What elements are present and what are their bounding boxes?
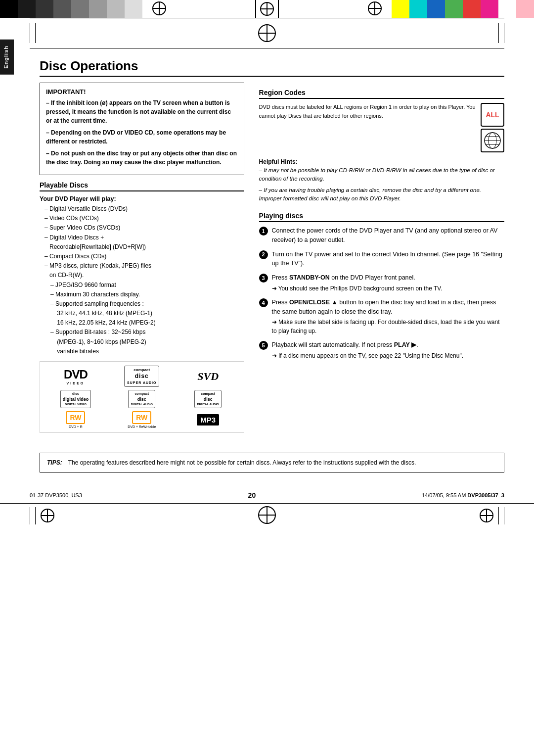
region-codes-text: DVD discs must be labeled for ALL region… [259,103,504,120]
step-1: 1 Connect the power cords of the DVD Pla… [259,226,504,245]
dvd-player-subtitle: Your DVD Player will play: [40,195,244,202]
reg-mark-left [152,1,166,17]
disc-item-dvdrw: Digital Video Discs + Recordable[Rewrita… [44,233,244,252]
important-box: IMPORTANT! – If the inhibit icon (ø) app… [40,83,244,175]
disc-item-dvd: Digital Versatile Discs (DVDs) [44,204,244,214]
footer: 01-37 DVP3500_US3 20 14/07/05, 9:55 AM D… [0,487,534,503]
step-5-note: If a disc menu appears on the TV, see pa… [272,351,504,360]
step-3: 3 Press STANDBY-ON on the DVD Player fro… [259,273,504,293]
color-block-green [445,0,463,18]
color-blocks [392,0,534,18]
globe-svg [483,131,502,150]
gs-block-3 [36,0,53,18]
footer-left-code: 01-37 DVP3500_US3 [30,492,82,498]
gs-block-7 [107,0,125,18]
page-title: Disc Operations [40,58,504,77]
tips-box: TIPS: The operating features described h… [40,453,504,472]
gs-block-6 [89,0,107,18]
header-center-reg [258,24,276,42]
playing-steps-list: 1 Connect the power cords of the DVD Pla… [259,226,504,360]
gs-block-2 [18,0,36,18]
footer-right: 14/07/05, 9:55 AM DVP3005/37_3 [422,492,504,498]
gs-block-4 [53,0,71,18]
reg-line-left [30,23,30,43]
color-block-magenta [481,0,498,18]
all-regions-icon: ALL [481,103,504,127]
step-content-4: Press OPEN/CLOSE ▲ button to open the di… [272,298,504,336]
helpful-hints: Helpful Hints: – It may not be possible … [259,157,504,203]
gs-block-8 [125,0,142,18]
step-2: 2 Turn on the TV power and set to the co… [259,250,504,269]
reg-line-right2 [504,23,504,43]
header-area [0,18,534,48]
header-right-reg [276,23,504,43]
disc-item-cd: Compact Discs (CDs) [44,252,244,261]
right-column: Region Codes ALL [259,83,504,433]
color-bar [293,0,534,18]
hint-2: – If you are having trouble playing a ce… [259,186,504,203]
cdr-logo: compact disc DIGITAL AUDIO [194,390,222,408]
disc-item-vcd: Video CDs (VCDs) [44,214,244,223]
disc-item-jpeg: JPEG/ISO 9660 format [50,281,244,290]
step-content-1: Connect the power cords of the DVD Playe… [272,226,504,245]
color-block-white [498,0,516,18]
tips-text: The operating features described here mi… [68,458,416,467]
tips-label: TIPS: [47,458,62,467]
step-num-3: 3 [259,274,268,283]
color-block-cyan [409,0,427,18]
important-point-3: – Do not push on the disc tray or put an… [46,149,238,167]
step-3-note: You should see the Philips DVD backgroun… [272,284,504,293]
dvdplusr-logo: RW DVD + R [66,411,85,428]
step-content-5: Playback will start automatically. If no… [272,340,504,360]
important-point-1: – If the inhibit icon (ø) appears on the… [46,98,238,125]
step-content-3: Press STANDBY-ON on the DVD Player front… [272,273,504,293]
hint-1: – It may not be possible to play CD-R/RW… [259,166,504,184]
disc-list: Digital Versatile Discs (DVDs) Video CDs… [40,204,244,356]
color-block-yellow [392,0,409,18]
dvd-video-logo: DVD VIDEO [64,368,88,385]
disc-logos-area: DVD VIDEO compact disc SUPER AUDIO SVD [40,361,244,433]
dvdplusrw-logo: RW DVD + ReWritable [128,411,156,428]
step-num-2: 2 [259,250,268,259]
color-block-red [463,0,481,18]
all-text: ALL [486,111,499,119]
grayscale-bar [0,0,241,18]
gs-block-1 [0,0,18,18]
step-content-2: Turn on the TV power and set to the corr… [272,250,504,269]
svcd-logo: SVD [197,370,219,383]
footer-model: DVP3005/37_3 [467,492,504,498]
playable-discs-header: Playable Discs [40,181,244,191]
disc-item-svcd: Super Video CDs (SVCDs) [44,223,244,233]
gs-block-5 [71,0,89,18]
reg-line-right [498,23,499,43]
important-title: IMPORTANT! [46,88,238,95]
left-column: IMPORTANT! – If the inhibit icon (ø) app… [40,83,244,433]
mp3-logo: MP3 [197,414,219,425]
region-codes-content: ALL DVD discs must be labe [259,103,504,152]
region-icons: ALL [481,103,504,152]
bottom-right-reg [286,507,504,524]
step-5: 5 Playback will start automatically. If … [259,340,504,360]
color-block-blue [427,0,445,18]
grayscale-blocks [0,0,142,18]
important-point-2: – Depending on the DVD or VIDEO CD, some… [46,128,238,146]
disc-item-freq: Supported sampling frequencies : 32 kHz,… [50,299,244,328]
step-4: 4 Press OPEN/CLOSE ▲ button to open the … [259,298,504,336]
important-text: – If the inhibit icon (ø) appears on the… [46,98,238,167]
disc-item-chars: Maximum 30 characters display. [50,290,244,299]
header-left-reg [30,23,258,43]
disc-item-mp3: MP3 discs, picture (Kodak, JPEG) files o… [44,261,244,280]
cdda-logo: compact disc DIGITAL AUDIO [128,390,155,408]
reg-line-left2 [35,23,36,43]
top-center-reg [241,0,293,18]
region-codes-header: Region Codes [259,89,504,99]
disc-item-bitrate: Supported Bit-rates : 32~256 kbps (MPEG-… [50,328,244,356]
step-num-5: 5 [259,341,268,350]
bottom-left-reg [30,507,248,524]
step-num-4: 4 [259,298,268,307]
color-block-pink [516,0,534,18]
digital-video-disc-logo: disc digital video DIGITAL VIDEO [60,390,91,408]
reg-mark-right [368,1,382,17]
globe-icon [481,129,504,152]
playing-discs-header: Playing discs [259,212,504,222]
